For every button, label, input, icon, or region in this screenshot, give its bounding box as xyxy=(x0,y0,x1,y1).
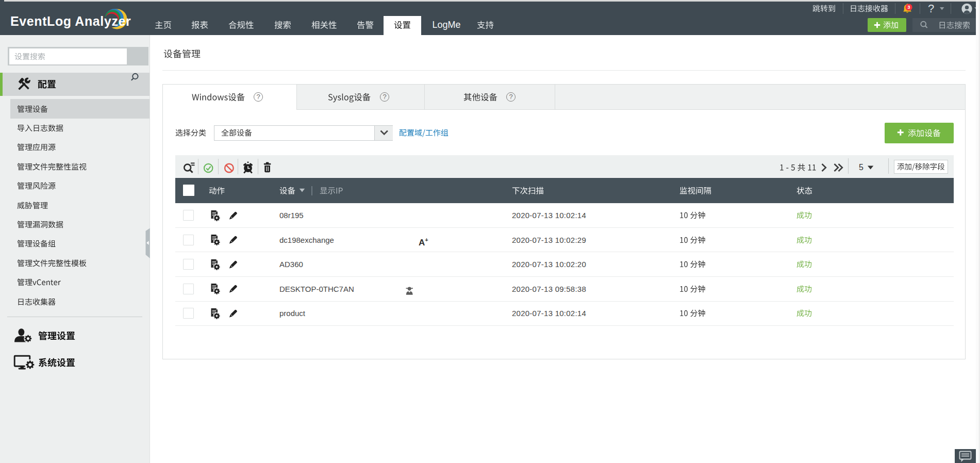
svg-text:3: 3 xyxy=(907,4,910,10)
